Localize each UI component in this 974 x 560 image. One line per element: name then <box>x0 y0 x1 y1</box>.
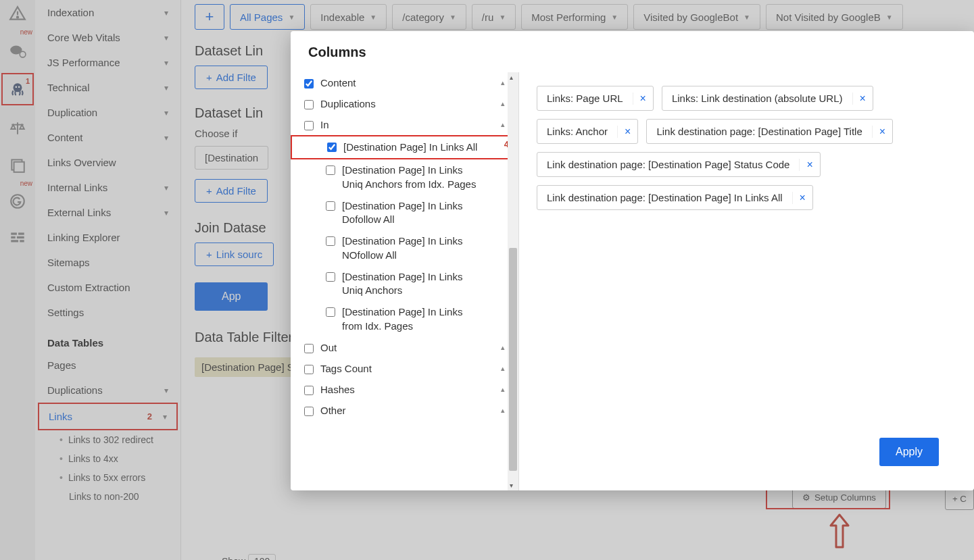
remove-chip-icon[interactable]: × <box>872 126 892 138</box>
column-group-hashes[interactable]: Hashes▴ <box>291 379 514 400</box>
chip-label: Links: Link destination (absolute URL) <box>662 86 852 110</box>
option-checkbox[interactable] <box>326 166 335 175</box>
column-group-duplications[interactable]: Duplications▴ <box>291 93 514 114</box>
scroll-down-icon[interactable]: ▾ <box>510 482 513 489</box>
remove-chip-icon[interactable]: × <box>633 93 653 105</box>
column-option[interactable]: [Destination Page] In Links from Idx. Pa… <box>291 301 514 337</box>
modal-apply-button[interactable]: Apply <box>879 438 939 466</box>
group-label: Out <box>320 342 337 353</box>
remove-chip-icon[interactable]: × <box>799 159 819 171</box>
chevron-up-icon: ▴ <box>501 343 505 352</box>
modal-title: Columns <box>291 31 974 72</box>
option-label: [Destination Page] In Links from Idx. Pa… <box>342 305 484 333</box>
column-group-content[interactable]: Content▴ <box>291 72 514 93</box>
option-checkbox[interactable] <box>326 307 335 317</box>
chevron-up-icon: ▴ <box>501 364 505 373</box>
selected-column-chip[interactable]: Link destination page: [Destination Page… <box>537 185 813 210</box>
column-group-in[interactable]: In▴ <box>291 114 514 135</box>
selected-column-chip[interactable]: Link destination page: [Destination Page… <box>537 152 821 177</box>
option-checkbox[interactable] <box>326 236 335 246</box>
group-checkbox[interactable] <box>304 344 314 353</box>
chevron-up-icon: ▴ <box>501 406 505 415</box>
group-checkbox[interactable] <box>304 407 314 416</box>
chevron-up-icon: ▴ <box>501 78 505 87</box>
column-option[interactable]: [Destination Page] In Links All4 <box>291 135 514 159</box>
option-label: [Destination Page] In Links Uniq Anchors… <box>342 163 484 191</box>
group-label: Tags Count <box>320 363 372 374</box>
group-label: Content <box>320 77 356 88</box>
scroll-thumb[interactable] <box>509 248 517 471</box>
column-group-out[interactable]: Out▴ <box>291 337 514 358</box>
chip-label: Links: Page URL <box>537 86 633 110</box>
group-checkbox[interactable] <box>304 365 314 374</box>
remove-chip-icon[interactable]: × <box>792 192 812 204</box>
selected-column-chip[interactable]: Link destination page: [Destination Page… <box>646 119 893 144</box>
chevron-up-icon: ▴ <box>501 99 505 108</box>
group-checkbox[interactable] <box>304 79 314 88</box>
group-label: Duplications <box>320 98 376 109</box>
column-group-other[interactable]: Other▴ <box>291 400 514 421</box>
column-option[interactable]: [Destination Page] In Links NOfollow All <box>291 230 514 266</box>
columns-selected-panel: Links: Page URL×Links: Link destination … <box>519 72 974 490</box>
column-option[interactable]: [Destination Page] In Links Uniq Anchors <box>291 266 514 302</box>
group-checkbox[interactable] <box>304 121 314 130</box>
remove-chip-icon[interactable]: × <box>852 93 873 105</box>
chip-label: Links: Anchor <box>537 120 617 143</box>
columns-modal: Columns Content▴Duplications▴In▴[Destina… <box>291 31 974 490</box>
option-label: [Destination Page] In Links NOfollow All <box>342 234 484 262</box>
column-option[interactable]: [Destination Page] In Links Uniq Anchors… <box>291 159 514 195</box>
chip-label: Link destination page: [Destination Page… <box>537 186 792 209</box>
group-checkbox[interactable] <box>304 386 314 395</box>
option-checkbox[interactable] <box>326 272 335 282</box>
group-checkbox[interactable] <box>304 100 314 109</box>
group-label: In <box>320 119 329 130</box>
selected-column-chip[interactable]: Links: Page URL× <box>537 86 654 111</box>
option-label: [Destination Page] In Links All <box>343 141 477 154</box>
option-checkbox[interactable] <box>326 201 335 211</box>
option-checkbox[interactable] <box>327 143 337 152</box>
group-label: Hashes <box>320 384 355 395</box>
chip-label: Link destination page: [Destination Page… <box>537 153 799 176</box>
scrollbar[interactable]: ▴ ▾ <box>508 72 518 490</box>
chevron-up-icon: ▴ <box>501 120 505 129</box>
option-label: [Destination Page] In Links Uniq Anchors <box>342 270 484 298</box>
scroll-up-icon[interactable]: ▴ <box>510 74 513 81</box>
group-label: Other <box>320 405 346 416</box>
column-group-tags-count[interactable]: Tags Count▴ <box>291 358 514 379</box>
selected-column-chip[interactable]: Links: Anchor× <box>537 119 638 144</box>
columns-available-list: Content▴Duplications▴In▴[Destination Pag… <box>291 72 519 490</box>
option-label: [Destination Page] In Links Dofollow All <box>342 199 484 227</box>
column-option[interactable]: [Destination Page] In Links Dofollow All <box>291 195 514 231</box>
chevron-up-icon: ▴ <box>501 385 505 394</box>
chip-label: Link destination page: [Destination Page… <box>647 120 871 143</box>
remove-chip-icon[interactable]: × <box>617 126 637 138</box>
selected-column-chip[interactable]: Links: Link destination (absolute URL)× <box>662 86 873 111</box>
